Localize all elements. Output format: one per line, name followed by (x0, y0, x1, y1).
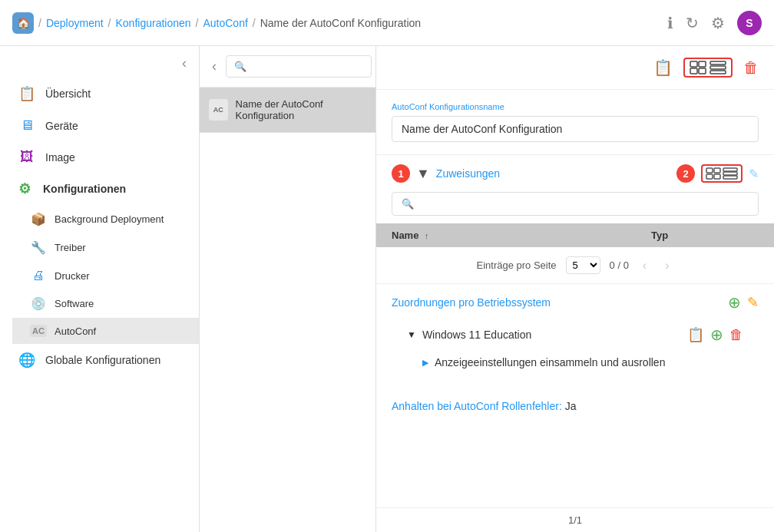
pagination: Einträge pro Seite 5 10 25 0 / 0 ‹ › (376, 247, 774, 283)
sidebar-item-globale-konfigurationen[interactable]: 🌐 Globale Konfigurationen (0, 344, 199, 376)
sidebar-item-software[interactable]: 💿 Software (12, 289, 199, 318)
sidebar-item-label: Globale Konfigurationen (45, 354, 160, 366)
breadcrumb-deployment[interactable]: Deployment (46, 17, 104, 29)
svg-rect-8 (714, 168, 720, 173)
copy-windows-button[interactable]: 📋 (687, 326, 704, 343)
top-bar-actions: ℹ ↻ ⚙ S (667, 11, 762, 35)
devices-icon: 🖥 (18, 117, 36, 134)
svg-rect-5 (710, 66, 726, 69)
sidebar: ‹ 📋 Übersicht 🖥 Geräte 🖼 Image ⚙ Konfigu… (0, 46, 200, 532)
config-name-input[interactable] (392, 116, 759, 142)
home-icon[interactable]: 🏠 (12, 12, 34, 34)
global-config-icon: 🌐 (18, 352, 36, 368)
zuordnungen-section: Zuordnungen pro Betriebssystem ⊕ ✎ ▼ Win… (376, 284, 774, 392)
col-type-header: Typ (651, 230, 759, 241)
add-zuordnung-button[interactable]: ⊕ (728, 293, 741, 312)
list-item[interactable]: AC Name der AutoConf Konfiguration (200, 88, 375, 133)
breadcrumb: 🏠 / Deployment / Konfigurationen / AutoC… (12, 12, 421, 34)
anhalten-link[interactable]: Anhalten bei AutoConf Rollenfehler: Ja (392, 400, 577, 412)
anhalten-value: Ja (565, 400, 577, 412)
treiber-icon: 🔧 (30, 240, 47, 255)
sidebar-item-uebersicht[interactable]: 📋 Übersicht (0, 78, 199, 110)
edit-zuordnung-button[interactable]: ✎ (747, 294, 759, 311)
sidebar-sub-item-label: Drucker (55, 270, 90, 282)
sidebar-toggle-area: ‹ (0, 46, 199, 78)
zuweisungen-label: Zuweisungen (436, 167, 670, 180)
windows-header: ▼ Windows 11 Education 📋 ⊕ 🗑 (407, 319, 743, 350)
windows-expand-icon[interactable]: ▼ (407, 329, 416, 340)
settings-icon[interactable]: ⚙ (711, 14, 725, 32)
refresh-icon[interactable]: ↻ (686, 14, 699, 32)
zuordnungen-link[interactable]: Zuordnungen pro Betriebssystem (392, 296, 722, 309)
sidebar-item-autoconf[interactable]: AC AutoConf (12, 318, 199, 344)
sidebar-sub-item-label: Software (55, 298, 94, 309)
sidebar-item-background-deployment[interactable]: 📦 Background Deployment (12, 205, 199, 233)
sidebar-collapse-button[interactable]: ‹ (182, 55, 187, 71)
avatar[interactable]: S (737, 11, 762, 35)
prev-page-button[interactable]: ‹ (638, 257, 651, 274)
bottom-bar: 1/1 (376, 507, 774, 532)
background-deployment-icon: 📦 (30, 212, 47, 226)
software-icon: 💿 (30, 296, 47, 311)
add-windows-button[interactable]: ⊕ (710, 325, 723, 344)
svg-rect-3 (699, 68, 706, 74)
list-panel-header: ‹ (200, 46, 375, 88)
table-view-icon (690, 61, 706, 74)
zuweisungen-search-input[interactable] (392, 192, 759, 216)
step2-badge: 2 (676, 164, 695, 183)
sidebar-item-image[interactable]: 🖼 Image (0, 141, 199, 173)
info-icon[interactable]: ℹ (667, 14, 673, 32)
ac-badge: AC (209, 99, 228, 121)
overview-icon: 📋 (18, 85, 36, 102)
breadcrumb-autoconf[interactable]: AutoConf (203, 17, 247, 29)
sub-item-row: ▶ Anzeigeeinstellungen einsammeln und au… (407, 350, 743, 375)
top-bar: 🏠 / Deployment / Konfigurationen / AutoC… (0, 0, 774, 46)
svg-rect-2 (690, 68, 697, 74)
list-view-alt-icon[interactable] (723, 167, 738, 180)
dropdown-chevron[interactable]: ▼ (416, 166, 430, 182)
list-panel: ‹ AC Name der AutoConf Konfiguration (200, 46, 376, 532)
ac-view-button[interactable] (683, 58, 733, 78)
anhalten-section: Anhalten bei AutoConf Rollenfehler: Ja (376, 392, 774, 421)
zuweisungen-header: 1 ▼ Zuweisungen 2 (376, 155, 774, 192)
network-view-icon[interactable] (706, 167, 721, 180)
sidebar-item-konfigurationen[interactable]: ⚙ Konfigurationen (0, 173, 199, 205)
svg-rect-6 (710, 71, 726, 74)
back-button[interactable]: ‹ (209, 57, 220, 76)
sidebar-item-geraete[interactable]: 🖥 Geräte (0, 110, 199, 141)
sidebar-item-treiber[interactable]: 🔧 Treiber (12, 233, 199, 262)
zuordnungen-header: Zuordnungen pro Betriebssystem ⊕ ✎ (392, 293, 759, 312)
autoconf-icon: AC (30, 325, 47, 337)
next-page-button[interactable]: › (660, 257, 673, 274)
sort-indicator: ↑ (425, 231, 429, 240)
sidebar-item-drucker[interactable]: 🖨 Drucker (12, 262, 199, 289)
svg-rect-7 (706, 168, 713, 173)
delete-windows-button[interactable]: 🗑 (729, 327, 743, 343)
zuweisungen-section: 1 ▼ Zuweisungen 2 (376, 155, 774, 284)
edit-icon[interactable]: ✎ (749, 167, 759, 181)
col-name-header: Name ↑ (392, 230, 651, 241)
svg-rect-13 (723, 176, 737, 179)
per-page-select[interactable]: 5 10 25 (566, 256, 600, 274)
sidebar-item-label: Geräte (45, 120, 78, 132)
list-search-input[interactable] (226, 55, 372, 78)
sub-item-label: Anzeigeeinstellungen einsammeln und ausr… (435, 356, 665, 368)
page-count: 0 / 0 (610, 259, 629, 271)
svg-rect-12 (723, 172, 737, 175)
windows-label: Windows 11 Education (422, 329, 681, 341)
sidebar-sub-items: 📦 Background Deployment 🔧 Treiber 🖨 Druc… (0, 205, 199, 344)
breadcrumb-konfigurationen[interactable]: Konfigurationen (115, 17, 190, 29)
svg-rect-0 (690, 61, 697, 67)
detail-toolbar: 📋 🗑 (376, 46, 774, 90)
delete-button[interactable]: 🗑 (740, 56, 762, 80)
detail-panel: 📋 🗑 (376, 46, 774, 532)
svg-rect-4 (710, 61, 726, 64)
main-area: ‹ 📋 Übersicht 🖥 Geräte 🖼 Image ⚙ Konfigu… (0, 46, 774, 532)
copy-button[interactable]: 📋 (650, 55, 676, 80)
sidebar-sub-item-label: AutoConf (55, 325, 96, 337)
pagination-label: Einträge pro Seite (476, 259, 556, 271)
table-header: Name ↑ Typ (376, 223, 774, 247)
step1-badge: 1 (392, 164, 410, 183)
sub-expand-icon[interactable]: ▶ (422, 358, 428, 368)
drucker-icon: 🖨 (30, 269, 47, 283)
